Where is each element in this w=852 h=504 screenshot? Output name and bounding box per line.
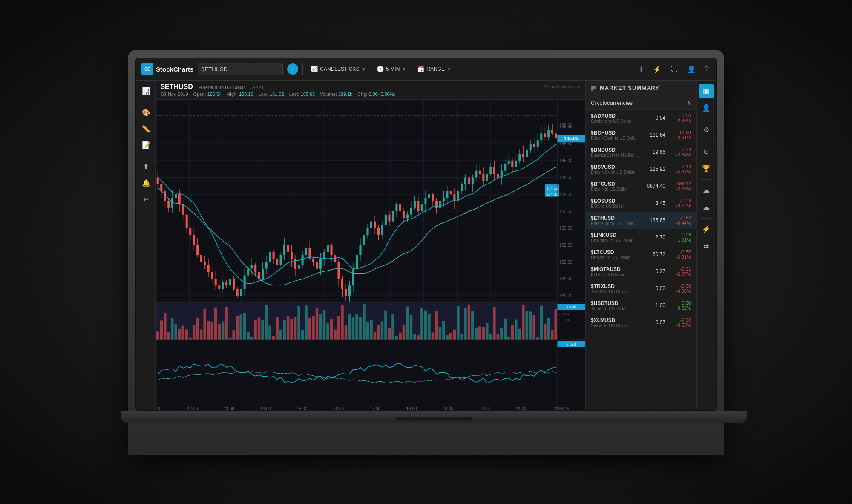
crypto-name: TRON to US Dollar <box>591 289 640 294</box>
crypto-list-item[interactable]: $LTCUSD Litecoin to US Dollar 60.72 -0.5… <box>586 246 696 263</box>
crypto-price: 19.66 <box>640 149 665 155</box>
crypto-list-item[interactable]: $EOSUSD EOS to US Dollar 3.45 -0.02 -0.5… <box>586 195 696 212</box>
chart-open: Open: 186.54 <box>193 92 222 97</box>
crypto-info: $BCHUSD BitcoinCash to US Doll... <box>591 130 640 141</box>
crypto-list-item[interactable]: $XLMUSD Stellar to US Dollar 0.07 -0.00 … <box>586 314 696 331</box>
crypto-price: 185.65 <box>640 217 665 223</box>
logo-icon: SC <box>141 63 153 75</box>
print-tool[interactable]: 🖨 <box>139 208 153 223</box>
crypto-change-pct: -0.91% <box>665 254 691 259</box>
logo-text: StockCharts <box>156 66 193 73</box>
watchlist-icon-btn[interactable]: 👤 <box>699 101 714 115</box>
crypto-change-pct: -2.07% <box>665 271 691 276</box>
settings-icon-btn[interactable]: ⚡ <box>651 63 663 75</box>
trophy-icon-btn[interactable]: 🏆 <box>699 161 714 176</box>
share-tool[interactable]: ↩ <box>139 192 153 207</box>
crypto-price: 125.92 <box>640 166 665 172</box>
chart-change: Chg: 0.00 (0.00%) <box>357 92 395 97</box>
crypto-list-item[interactable]: $USDTUSD Tether to US Dollar 1.00 0.00 0… <box>586 297 696 314</box>
chart-copyright: © StockCharts.com <box>544 84 580 89</box>
crypto-change: -0.74 -3.64% <box>665 147 691 157</box>
crypto-price: 281.64 <box>640 132 665 138</box>
search-input[interactable] <box>201 66 270 72</box>
crypto-list-item[interactable]: $MIOTAUSD IOTA to US Dollar 0.27 -0.01 -… <box>586 263 696 280</box>
crypto-change-value: -0.02 <box>665 198 691 203</box>
market-summary-panel-btn[interactable]: ▦ <box>699 84 714 98</box>
crypto-section-header[interactable]: Cryptocurrencies ∧ <box>586 96 696 110</box>
range-button[interactable]: 📅 RANGE ▼ <box>414 64 455 74</box>
crypto-list-item[interactable]: $BCHUSD BitcoinCash to US Doll... 281.64… <box>586 127 696 144</box>
crypto-change: -0.01 -2.07% <box>665 266 691 276</box>
header-divider-1 <box>302 63 303 75</box>
crypto-info: $BSVUSD Bitcoin SV to US Dollar <box>591 164 640 175</box>
search-box[interactable] <box>198 63 283 75</box>
crypto-name: Bitcoin to US Dollar <box>591 187 640 192</box>
chart-canvas[interactable] <box>156 100 585 411</box>
alerts-icon-btn[interactable]: ⊙ <box>699 144 714 159</box>
crypto-price: 1.00 <box>640 302 665 308</box>
timeframe-button[interactable]: 🕐 5 MIN ▼ <box>373 64 409 74</box>
account-icon-btn[interactable]: 👤 <box>685 63 697 75</box>
plug-icon-btn[interactable]: ⚡ <box>699 222 714 236</box>
chart-type-badge: CRYPT <box>250 85 264 90</box>
crypto-list-item[interactable]: $ETHUSD Ethereum to US Dollar 185.65 -0.… <box>586 212 696 229</box>
crypto-change-value: -7.14 <box>665 164 691 169</box>
crypto-change-pct: -0.52% <box>665 203 691 208</box>
add-symbol-button[interactable]: + <box>287 63 298 75</box>
palette-tool[interactable]: 🎨 <box>139 106 153 120</box>
crypto-list: $ADAUSD Cardano to US Dollar 0.04 -0.00 … <box>586 110 696 331</box>
annotation-tool[interactable]: 📝 <box>139 138 153 153</box>
chart-date: 08-Nov-2019 <box>161 92 188 97</box>
crypto-list-item[interactable]: $BTCUSD Bitcoin to US Dollar 8874.40 -33… <box>586 178 696 195</box>
chevron-down-icon-2: ▼ <box>402 67 406 72</box>
chart-type-label: CANDLESTICKS <box>320 66 359 72</box>
crypto-info: $BTCUSD Bitcoin to US Dollar <box>591 181 640 192</box>
crypto-section-title: Cryptocurrencies <box>591 100 633 106</box>
range-label: RANGE <box>426 66 445 72</box>
crypto-info: $USDTUSD Tether to US Dollar <box>591 300 640 311</box>
crypto-change: -0.02 -0.52% <box>665 198 691 208</box>
crypto-list-item[interactable]: $BSVUSD Bitcoin SV to US Dollar 125.92 -… <box>586 161 696 178</box>
left-toolbar: 📊 🎨 ✏️ 📝 ⬆ 🔔 ↩ 🖨 <box>136 81 156 411</box>
swap-icon-btn[interactable]: ⇄ <box>699 239 714 253</box>
crypto-list-item[interactable]: $TRXUSD TRON to US Dollar 0.02 -0.00 -4.… <box>586 280 696 297</box>
bell-tool[interactable]: 🔔 <box>139 176 153 190</box>
crypto-change: -10.26 -3.51% <box>665 130 691 140</box>
crypto-change: -334.12 -3.63% <box>665 181 691 191</box>
help-icon-btn[interactable]: ? <box>703 63 711 75</box>
logo[interactable]: SC StockCharts <box>141 63 193 75</box>
chart-type-button[interactable]: 📈 CANDLESTICKS ▼ <box>307 64 369 74</box>
cloud-dark-icon-btn[interactable]: ☁ <box>699 183 714 198</box>
crypto-change-value: 0.03 <box>665 232 691 237</box>
chart-canvas-wrapper[interactable] <box>156 100 585 411</box>
crypto-change-pct: -3.55% <box>665 323 691 328</box>
filter-icon-btn[interactable]: ⚙ <box>699 123 714 137</box>
crypto-change: -7.14 -5.37% <box>665 164 691 174</box>
crypto-info: $MIOTAUSD IOTA to US Dollar <box>591 266 640 277</box>
crypto-symbol: $BTCUSD <box>591 181 640 187</box>
crypto-list-item[interactable]: $BNBUSD BinanceCoin to US Dol... 19.66 -… <box>586 144 696 161</box>
crypto-name: Cardano to US Dollar <box>591 119 640 124</box>
crypto-symbol: $TRXUSD <box>591 283 640 289</box>
rs-separator-3 <box>700 179 712 180</box>
crypto-list-item[interactable]: $ADAUSD Cardano to US Dollar 0.04 -0.00 … <box>586 110 696 127</box>
chart-last: Last: 185.65 <box>289 92 315 97</box>
market-summary-title: MARKET SUMMARY <box>600 85 659 91</box>
crypto-section[interactable]: Cryptocurrencies ∧ $ADAUSD Cardano to US… <box>586 96 696 411</box>
crypto-list-item[interactable]: $LINKUSD Chainlink to US Dollar 2.70 0.0… <box>586 229 696 246</box>
chart-header: $ETHUSD Ethereum to US Dollar CRYPT © St… <box>156 81 585 100</box>
upload-tool[interactable]: ⬆ <box>139 160 153 174</box>
crypto-name: EOS to US Dollar <box>591 204 640 209</box>
rs-separator-2 <box>700 141 712 141</box>
crypto-change-pct: -5.37% <box>665 169 691 174</box>
chart-title: $ETHUSD Ethereum to US Dollar CRYPT <box>161 83 264 91</box>
chart-low: Low: 181.02 <box>259 92 284 97</box>
crypto-symbol: $LTCUSD <box>591 249 640 255</box>
pencil-tool[interactable]: ✏️ <box>139 122 153 136</box>
fullscreen-icon-btn[interactable]: ⛶ <box>669 63 679 75</box>
crypto-symbol: $USDTUSD <box>591 300 640 306</box>
crypto-change-value: -0.01 <box>665 266 691 271</box>
crosshair-icon-btn[interactable]: ✛ <box>636 63 645 75</box>
cloud-icon-btn[interactable]: ☁ <box>699 200 714 215</box>
chart-view-tool[interactable]: 📊 <box>139 84 153 98</box>
